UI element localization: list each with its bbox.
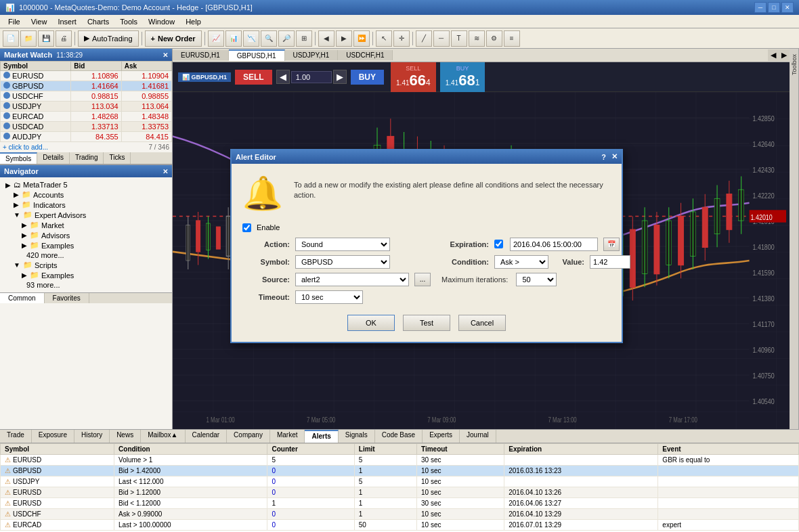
market-row-usdcad[interactable]: USDCAD 1.33713 1.33753 [1, 122, 172, 132]
toolbar-scroll-end[interactable]: ⏩ [353, 30, 370, 47]
toolbar-scroll-left[interactable]: ◀ [318, 30, 334, 47]
timeout-select[interactable]: 1 sec 5 sec 10 sec 30 sec 1 min [295, 290, 363, 304]
bottom-tab-company[interactable]: Company [227, 430, 270, 443]
chart-tab-gbpusd[interactable]: GBPUSD,H1 [229, 49, 285, 61]
nav-item-advisors[interactable]: ▶📁 Advisors [3, 230, 169, 240]
market-row-eurcad[interactable]: EURCAD 1.48268 1.48348 [1, 112, 172, 122]
menu-window[interactable]: Window [143, 16, 180, 27]
menu-file[interactable]: File [3, 16, 26, 27]
ok-button[interactable]: OK [347, 315, 395, 331]
nav-tab-favorites[interactable]: Favorites [45, 293, 89, 303]
lot-increase[interactable]: ▶ [333, 70, 347, 84]
menu-view[interactable]: View [26, 16, 53, 27]
bottom-tab-journal[interactable]: Journal [460, 430, 496, 443]
bottom-tab-mailbox[interactable]: Mailbox▲ [141, 430, 185, 443]
menu-help[interactable]: Help [180, 16, 207, 27]
tab-details[interactable]: Details [37, 152, 70, 164]
enable-checkbox[interactable] [242, 223, 251, 232]
tab-trading[interactable]: Trading [70, 152, 104, 164]
nav-tab-common[interactable]: Common [0, 293, 45, 303]
condition-select[interactable]: Ask > Ask < Bid > Bid < [494, 255, 548, 269]
autotrading-button[interactable]: ▶ AutoTrading [78, 30, 139, 47]
nav-item-accounts[interactable]: ▶📁 Accounts [3, 190, 169, 200]
toolbar-scroll-right[interactable]: ▶ [336, 30, 352, 47]
menu-tools[interactable]: Tools [114, 16, 143, 27]
toolbar-line[interactable]: ╱ [416, 30, 432, 47]
value-input[interactable] [590, 255, 630, 269]
tab-ticks[interactable]: Ticks [104, 152, 131, 164]
expiration-calendar-button[interactable]: 📅 [603, 238, 620, 251]
toolbar-chart1[interactable]: 📈 [208, 30, 224, 47]
alert-row-1[interactable]: ⚠GBPUSDBid > 1.420000110 sec2016.03.16 1… [1, 466, 799, 476]
toolbar-print[interactable]: 🖨 [56, 30, 72, 47]
bottom-tab-history[interactable]: History [74, 430, 110, 443]
alert-row-5[interactable]: ⚠USDCHFAsk > 0.990000110 sec2016.04.10 1… [1, 509, 799, 520]
chart-tab-usdchf[interactable]: USDCHF,H1 [338, 50, 393, 60]
navigator-close[interactable]: ✕ [163, 168, 168, 175]
enable-label[interactable]: Enable [242, 223, 611, 232]
toolbar-open[interactable]: 📁 [20, 30, 37, 47]
bottom-tab-market[interactable]: Market [270, 430, 305, 443]
toolbar-chart3[interactable]: 📉 [243, 30, 259, 47]
close-button[interactable]: ✕ [781, 2, 794, 13]
expiration-input[interactable] [510, 238, 598, 251]
tab-symbols[interactable]: Symbols [0, 152, 37, 164]
toolbar-save[interactable]: 💾 [38, 30, 54, 47]
toolbar-hline[interactable]: ─ [433, 30, 450, 47]
market-watch-close[interactable]: ✕ [163, 51, 168, 59]
market-row-usdchf[interactable]: USDCHF 0.98815 0.98855 [1, 91, 172, 102]
toolbar-templates[interactable]: ≡ [504, 30, 520, 47]
menu-insert[interactable]: Insert [52, 16, 82, 27]
source-select[interactable]: alert2 [295, 273, 409, 286]
toolbar-period[interactable]: ⚙ [486, 30, 502, 47]
new-order-button[interactable]: + New Order [145, 30, 202, 47]
toolbar-crosshair[interactable]: ✛ [393, 30, 410, 47]
source-browse-button[interactable]: ... [414, 273, 431, 286]
chart-scroll-right[interactable]: ▶ [779, 49, 790, 61]
action-select[interactable]: Sound Message Email Notification [295, 238, 390, 251]
nav-item-examples[interactable]: ▶📁 Examples [3, 240, 169, 250]
bottom-tab-signals[interactable]: Signals [339, 430, 375, 443]
chart-tab-eurusd[interactable]: EURUSD,H1 [173, 50, 229, 60]
toolbar-cursor[interactable]: ↖ [376, 30, 392, 47]
toolbar-fit[interactable]: ⊞ [296, 30, 312, 47]
alert-row-4[interactable]: ⚠EURUSDBid < 1.120001130 sec2016.04.06 1… [1, 498, 799, 509]
toolbar-zoom-out[interactable]: 🔎 [278, 30, 295, 47]
nav-item-market[interactable]: ▶📁 Market [3, 220, 169, 230]
toolbar-chart2[interactable]: 📊 [225, 30, 242, 47]
symbol-select[interactable]: GBPUSD EURUSD USDJPY [295, 255, 390, 269]
toolbar-fib[interactable]: ≋ [469, 30, 485, 47]
alert-row-0[interactable]: ⚠EURUSDVolume > 15530 secGBR is equal to [1, 455, 799, 466]
bottom-tab-trade[interactable]: Trade [0, 430, 32, 443]
expiration-checkbox[interactable] [494, 240, 503, 248]
market-row-eurusd[interactable]: EURUSD 1.10896 1.10904 [1, 71, 172, 81]
lot-decrease[interactable]: ◀ [276, 70, 290, 84]
max-iter-select[interactable]: 50 100 ∞ [516, 273, 557, 286]
maximize-button[interactable]: □ [768, 2, 780, 13]
bottom-tab-news[interactable]: News [110, 430, 141, 443]
bottom-tab-codebase[interactable]: Code Base [375, 430, 423, 443]
nav-item-indicators[interactable]: ▶📁 Indicators [3, 200, 169, 210]
minimize-button[interactable]: ─ [754, 2, 766, 13]
nav-item-420_more[interactable]: 420 more... [3, 250, 169, 260]
lot-input[interactable] [291, 71, 332, 83]
alert-row-3[interactable]: ⚠EURUSDBid > 1.120000110 sec2016.04.10 1… [1, 487, 799, 498]
alert-row-6[interactable]: ⚠EURCADLast > 100.0000005010 sec2016.07.… [1, 520, 799, 531]
dialog-close-button[interactable]: ✕ [611, 152, 618, 161]
nav-item-scripts[interactable]: ▼📁 Scripts [3, 260, 169, 270]
market-row-usdjpy[interactable]: USDJPY 113.034 113.064 [1, 102, 172, 112]
cancel-button[interactable]: Cancel [458, 315, 506, 331]
toolbox-label[interactable]: Toolbox [791, 51, 798, 78]
buy-button[interactable]: BUY [351, 70, 384, 85]
bottom-tab-calendar[interactable]: Calendar [186, 430, 228, 443]
chart-tab-usdjpy[interactable]: USDJPY,H1 [285, 50, 339, 60]
dialog-help-button[interactable]: ? [601, 153, 606, 161]
nav-item-expert_advisors[interactable]: ▼📁 Expert Advisors [3, 210, 169, 220]
bottom-tab-experts[interactable]: Experts [423, 430, 460, 443]
market-row-gbpusd[interactable]: GBPUSD 1.41664 1.41681 [1, 81, 172, 91]
nav-item-examples[interactable]: ▶📁 Examples [3, 270, 169, 280]
toolbar-new[interactable]: 📄 [3, 30, 19, 47]
bottom-tab-exposure[interactable]: Exposure [32, 430, 74, 443]
toolbar-text[interactable]: T [451, 30, 467, 47]
nav-item-metatrader_5[interactable]: ▶🗂 MetaTrader 5 [3, 180, 169, 190]
